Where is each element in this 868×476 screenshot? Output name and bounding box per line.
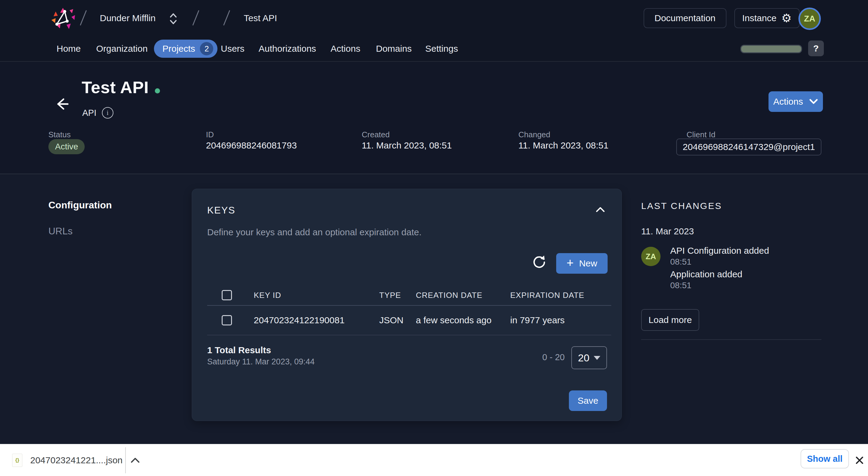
gear-icon: ⚙ xyxy=(781,12,792,24)
chevron-down-icon xyxy=(809,99,818,105)
cell-expiration-date: in 7977 years xyxy=(510,315,611,325)
changed-label: Changed xyxy=(518,130,551,139)
tab-domains[interactable]: Domains xyxy=(376,36,412,61)
org-switcher-icon[interactable] xyxy=(169,12,178,25)
documentation-button[interactable]: Documentation xyxy=(644,8,726,28)
instance-button[interactable]: Instance ⚙ xyxy=(734,8,800,28)
change-entry-time: 08:51 xyxy=(670,281,691,290)
client-id-label: Client Id xyxy=(686,130,715,139)
downloaded-file-name: 2047023241221....json xyxy=(30,455,123,466)
tab-home[interactable]: Home xyxy=(57,36,81,61)
change-entry-label: Application added xyxy=(670,269,743,279)
json-file-icon: {} xyxy=(12,454,22,467)
new-key-label: New xyxy=(579,258,597,268)
col-type: TYPE xyxy=(379,291,416,300)
status-badge: Active xyxy=(49,139,85,154)
tab-settings[interactable]: Settings xyxy=(425,36,458,61)
main-content: Configuration URLs KEYS Define your keys… xyxy=(0,174,868,444)
downloaded-file-chip[interactable]: {} 2047023241221....json xyxy=(12,444,140,476)
page-title: Test API xyxy=(82,77,149,97)
usage-quota-bar xyxy=(740,45,802,53)
help-button[interactable]: ? xyxy=(808,40,824,56)
projects-count-badge: 2 xyxy=(200,42,213,55)
id-label: ID xyxy=(206,130,214,139)
changes-avatar-initials: ZA xyxy=(646,252,656,261)
total-results: 1 Total Results xyxy=(207,345,271,355)
select-arrow-icon xyxy=(594,356,600,360)
save-label: Save xyxy=(578,395,598,406)
shelf-divider xyxy=(125,447,126,473)
col-expiration-date: EXPIRATION DATE xyxy=(510,291,611,300)
table-row[interactable]: 204702324122190081 JSON a few seconds ag… xyxy=(207,306,611,336)
breadcrumb-org[interactable]: Dunder Mifflin xyxy=(100,0,156,36)
save-button[interactable]: Save xyxy=(569,390,607,411)
created-label: Created xyxy=(362,130,390,139)
help-label: ? xyxy=(813,43,819,54)
pagination-range: 0 - 20 xyxy=(542,352,565,362)
show-all-button[interactable]: Show all xyxy=(801,449,849,469)
status-label: Status xyxy=(49,130,71,139)
created-value: 11. March 2023, 08:51 xyxy=(362,140,452,151)
page-size-select[interactable]: 20 xyxy=(571,346,607,369)
changed-value: 11. March 2023, 08:51 xyxy=(518,140,609,151)
back-arrow-icon[interactable] xyxy=(53,96,70,113)
close-shelf-icon[interactable] xyxy=(855,455,864,465)
breadcrumb-project[interactable]: Test API xyxy=(244,0,277,36)
avatar-initials: ZA xyxy=(804,14,815,24)
load-more-button[interactable]: Load more xyxy=(641,309,699,331)
tab-actions[interactable]: Actions xyxy=(331,36,360,61)
changes-avatar: ZA xyxy=(641,247,660,266)
changes-date: 11. Mar 2023 xyxy=(641,226,694,236)
page-subtitle: API xyxy=(82,108,96,118)
actions-label: Actions xyxy=(773,96,803,107)
change-entry-label: API Configuration added xyxy=(670,246,769,256)
change-entry-time: 08:51 xyxy=(670,257,691,267)
page-subtitle-row: API i xyxy=(82,107,114,119)
sidebar-item-urls[interactable]: URLs xyxy=(49,226,72,237)
keys-table: KEY ID TYPE CREATION DATE EXPIRATION DAT… xyxy=(207,285,611,336)
client-id-chip[interactable]: 204696988246147329@project1 xyxy=(676,138,822,155)
breadcrumb-slash xyxy=(192,10,199,25)
sidebar-item-configuration[interactable]: Configuration xyxy=(49,199,112,211)
org-nav: Home Organization Projects 2 Users Autho… xyxy=(0,36,868,62)
select-all-checkbox[interactable] xyxy=(222,290,232,300)
row-checkbox[interactable] xyxy=(222,315,232,325)
tab-organization[interactable]: Organization xyxy=(96,36,148,61)
new-key-button[interactable]: + New xyxy=(556,253,608,274)
changes-divider xyxy=(641,339,822,340)
refresh-button[interactable] xyxy=(531,254,547,269)
plus-icon: + xyxy=(566,257,574,269)
cell-creation-date: a few seconds ago xyxy=(416,315,510,325)
user-avatar[interactable]: ZA xyxy=(799,7,821,30)
results-timestamp: Saturday 11. Mar 2023, 09:44 xyxy=(207,357,314,367)
page-size-value: 20 xyxy=(578,352,589,364)
load-more-label: Load more xyxy=(648,315,692,325)
keys-card-title: KEYS xyxy=(207,205,235,216)
tab-projects[interactable]: Projects 2 xyxy=(154,40,217,58)
keys-card: KEYS Define your keys and add an optiona… xyxy=(192,189,622,421)
col-creation-date: CREATION DATE xyxy=(416,291,510,300)
id-value: 204696988246081793 xyxy=(206,140,297,151)
cell-type: JSON xyxy=(379,315,416,325)
keys-table-header: KEY ID TYPE CREATION DATE EXPIRATION DAT… xyxy=(207,285,611,306)
breadcrumb-slash xyxy=(223,10,230,25)
col-key-id: KEY ID xyxy=(254,291,379,300)
actions-button[interactable]: Actions xyxy=(769,91,823,112)
tab-projects-label: Projects xyxy=(162,43,195,54)
refresh-icon xyxy=(532,254,547,269)
last-changes-title: LAST CHANGES xyxy=(641,201,722,211)
chevron-up-icon[interactable] xyxy=(130,457,140,463)
show-all-label: Show all xyxy=(807,454,843,464)
tab-users[interactable]: Users xyxy=(221,36,244,61)
last-changes-panel: LAST CHANGES 11. Mar 2023 ZA API Configu… xyxy=(641,174,826,444)
top-bar: Dunder Mifflin Test API Documentation In… xyxy=(0,0,868,36)
download-shelf: {} 2047023241221....json Show all xyxy=(0,444,868,476)
collapse-chevron-up-icon[interactable] xyxy=(595,206,606,213)
documentation-label: Documentation xyxy=(654,13,716,23)
tab-authorizations[interactable]: Authorizations xyxy=(258,36,316,61)
cell-key-id: 204702324122190081 xyxy=(254,315,379,325)
status-dot xyxy=(155,88,160,93)
info-icon[interactable]: i xyxy=(102,107,114,119)
breadcrumb-slash xyxy=(80,10,87,25)
zitadel-logo-icon[interactable] xyxy=(48,4,78,33)
